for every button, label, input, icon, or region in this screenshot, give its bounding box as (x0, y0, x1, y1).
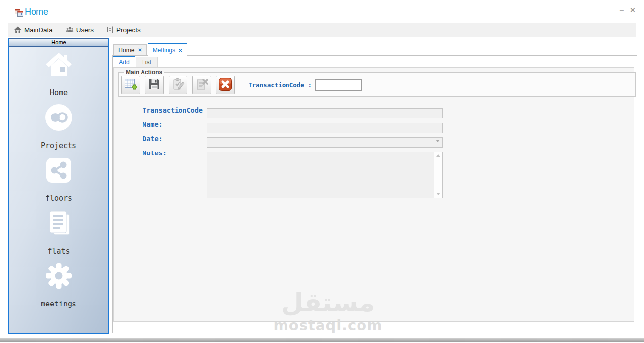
sidebar-item-label: meetings (41, 300, 76, 308)
menu-bar: MainData Users (8, 23, 636, 37)
toolbar-transactioncode-box: TransactionCode : (244, 76, 350, 94)
delete-record-button[interactable] (192, 76, 211, 94)
tab-list[interactable]: List (136, 57, 158, 67)
app-form-icon (15, 9, 23, 17)
notes-label: Notes: (143, 149, 167, 157)
sidebar-item-label: floors (45, 194, 72, 203)
sidebar-item-label: Projects (41, 141, 76, 150)
minimize-button[interactable]: – (616, 5, 627, 16)
check-edit-icon (172, 78, 185, 93)
name-label: Name: (143, 120, 163, 128)
notes-field[interactable] (207, 152, 443, 198)
sidebar-items: Home Projects (9, 47, 108, 315)
menu-item-users[interactable]: Users (66, 26, 94, 34)
tab-label: Mettings (153, 47, 175, 54)
sidebar: Home Home (8, 38, 109, 334)
name-field[interactable] (207, 123, 443, 133)
cancel-button[interactable] (216, 76, 235, 94)
window-title: Home (25, 7, 48, 17)
save-button[interactable] (145, 76, 164, 94)
tab-mettings[interactable]: Mettings ✕ (148, 43, 187, 56)
sidebar-header: Home (9, 38, 108, 47)
sidebar-item-label: Home (50, 88, 68, 97)
title-bar: Home – × (0, 0, 644, 23)
sidebar-item-home[interactable]: Home (45, 51, 72, 97)
tab-close-icon[interactable]: ✕ (138, 47, 142, 53)
scroll-up-icon[interactable] (436, 154, 440, 157)
toolbar-transactioncode-label: TransactionCode : (249, 81, 312, 89)
delete-doc-icon (195, 78, 209, 93)
group-title: Main Actions (124, 69, 164, 76)
sidebar-item-projects[interactable]: Projects (41, 104, 76, 150)
chevron-down-icon (436, 140, 440, 142)
add-record-icon (124, 77, 138, 93)
scroll-down-icon[interactable] (436, 193, 440, 195)
tab-add[interactable]: Add (113, 56, 135, 67)
mettings-tab-page: Add List Main Actions (112, 55, 637, 333)
tab-close-icon[interactable]: ✕ (179, 48, 182, 53)
save-icon (148, 78, 161, 92)
notes-scrollbar[interactable] (434, 152, 442, 198)
window-border-bottom (0, 338, 644, 342)
add-record-button[interactable] (121, 76, 140, 94)
main-actions-group: Main Actions (118, 69, 636, 97)
tab-label: Home (118, 47, 134, 54)
app-window: Home – × MainData (0, 0, 644, 343)
toolbar-transactioncode-input[interactable] (315, 79, 362, 91)
date-label: Date: (143, 135, 163, 143)
gear-icon (45, 262, 72, 290)
sidebar-item-meetings[interactable]: meetings (41, 262, 76, 308)
date-dropdown[interactable] (207, 137, 443, 148)
transactioncode-field[interactable] (207, 108, 443, 118)
window-border-right (640, 0, 640, 339)
cancel-icon (218, 77, 232, 93)
sidebar-item-label: flats (47, 247, 70, 256)
users-icon (66, 26, 74, 34)
tab-home[interactable]: Home ✕ (113, 44, 147, 56)
main-actions-toolbar: TransactionCode : (121, 76, 635, 94)
validate-button[interactable] (169, 76, 187, 94)
house-icon (45, 51, 72, 78)
share-icon (45, 156, 72, 184)
menu-item-projects[interactable]: Projects (107, 26, 141, 34)
circles-icon (45, 104, 72, 131)
close-button[interactable]: × (627, 5, 638, 16)
hierarchy-icon (107, 26, 114, 34)
sidebar-item-flats[interactable]: flats (45, 209, 72, 256)
transactioncode-label: TransactionCode : (143, 106, 211, 114)
pages-icon (45, 209, 72, 237)
menu-item-maindata[interactable]: MainData (14, 26, 53, 34)
add-panel: Main Actions (113, 67, 634, 322)
window-border-left (2, 0, 2, 339)
menu-item-label: MainData (24, 26, 53, 34)
home-icon (14, 26, 22, 34)
menu-item-label: Projects (116, 26, 141, 34)
sidebar-item-floors[interactable]: floors (45, 156, 72, 203)
menu-item-label: Users (76, 26, 94, 34)
